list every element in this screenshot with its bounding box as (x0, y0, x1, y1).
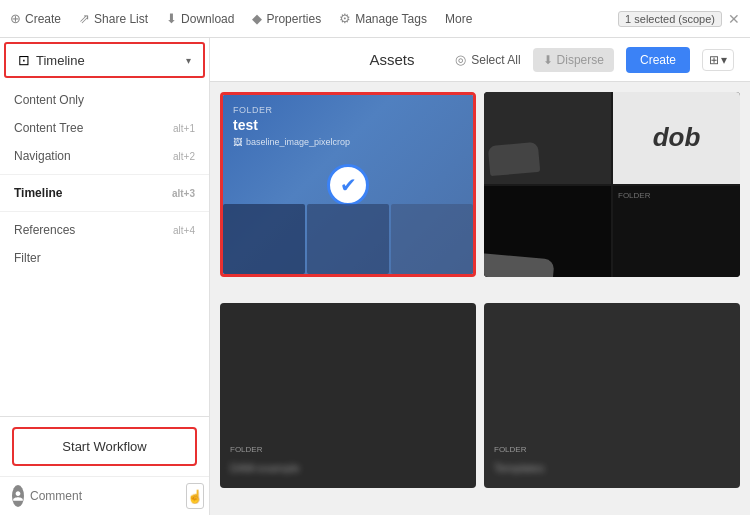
select-all-icon: ◎ (455, 52, 466, 67)
asset-card-dam-example[interactable]: FOLDER DAM-example (220, 303, 476, 488)
send-icon: ☝ (187, 489, 203, 504)
create-button[interactable]: Create (626, 47, 690, 73)
asset-card-test[interactable]: FOLDER test 🖼 baseline_image_pixelcrop ✔ (220, 92, 476, 277)
folder-label-1: FOLDER (233, 105, 273, 115)
sidebar-item-filter[interactable]: Filter (0, 244, 209, 272)
toolbar-selected-info: 1 selected (scope) ✕ (618, 11, 740, 27)
disperse-icon: ⬇ (543, 53, 553, 67)
sidebar-header-label: Timeline (36, 53, 85, 68)
toolbar-create[interactable]: ⊕ Create (10, 11, 61, 26)
folder-name-1: test (233, 117, 258, 133)
assets-grid: FOLDER test 🖼 baseline_image_pixelcrop ✔ (210, 82, 750, 515)
grid-icon: ⊞ (709, 53, 719, 67)
file-name: baseline_image_pixelcrop (246, 137, 350, 147)
shoes-mosaic: dob FOLDER (484, 92, 740, 277)
check-icon: ✔ (340, 173, 357, 197)
timeline-icon: ⊡ (18, 52, 30, 68)
image-mosaic (223, 204, 473, 274)
view-toggle[interactable]: ⊞ ▾ (702, 49, 734, 71)
avatar (12, 485, 24, 507)
sidebar-separator-2 (0, 211, 209, 212)
deselect-button[interactable]: ✕ (728, 11, 740, 27)
asset-card-inner: FOLDER test 🖼 baseline_image_pixelcrop ✔ (223, 95, 473, 274)
comment-area: ☝ (0, 476, 209, 515)
content-area: Assets ◎ Select All ⬇ Disperse Create ⊞ … (210, 38, 750, 515)
comment-input[interactable] (30, 489, 180, 503)
comment-send-button[interactable]: ☝ (186, 483, 204, 509)
start-workflow-button[interactable]: Start Workflow (12, 427, 197, 466)
tags-icon: ⚙ (339, 11, 351, 26)
select-all-button[interactable]: ◎ Select All (455, 52, 520, 67)
assets-header: Assets ◎ Select All ⬇ Disperse Create ⊞ … (210, 38, 750, 82)
toolbar-manage-tags[interactable]: ⚙ Manage Tags (339, 11, 427, 26)
file-icon: 🖼 (233, 137, 242, 147)
disperse-button[interactable]: ⬇ Disperse (533, 48, 614, 72)
dob-text: dob (613, 92, 740, 184)
folder-label-2: FOLDER (618, 191, 650, 200)
properties-icon: ◆ (252, 11, 262, 26)
assets-title: Assets (341, 51, 444, 68)
asset-card-inner-2: dob FOLDER (484, 92, 740, 277)
toolbar-download[interactable]: ⬇ Download (166, 11, 234, 26)
sidebar-bottom: Start Workflow (0, 416, 209, 476)
toolbar-share-list[interactable]: ⇗ Share List (79, 11, 148, 26)
folder-name-3: DAM-example (230, 462, 300, 474)
sidebar-menu: Content Only Content Tree alt+1 Navigati… (0, 82, 209, 416)
main-layout: ⊡ Timeline ▾ Content Only Content Tree a… (0, 38, 750, 515)
selected-checkmark: ✔ (327, 164, 369, 206)
sidebar-item-timeline[interactable]: Timeline alt+3 (0, 179, 209, 207)
toolbar-more[interactable]: More (445, 12, 472, 26)
download-icon: ⬇ (166, 11, 177, 26)
selected-badge: 1 selected (scope) (618, 11, 722, 27)
sidebar-item-navigation[interactable]: Navigation alt+2 (0, 142, 209, 170)
file-info-1: 🖼 baseline_image_pixelcrop (233, 137, 350, 147)
sidebar: ⊡ Timeline ▾ Content Only Content Tree a… (0, 38, 210, 515)
sidebar-item-content-only[interactable]: Content Only (0, 86, 209, 114)
asset-card-inner-3: FOLDER DAM-example (220, 303, 476, 488)
toolbar-properties[interactable]: ◆ Properties (252, 11, 321, 26)
folder-name-4: Templates (494, 462, 544, 474)
view-chevron-icon: ▾ (721, 53, 727, 67)
top-toolbar: ⊕ Create ⇗ Share List ⬇ Download ◆ Prope… (0, 0, 750, 38)
sidebar-chevron-icon: ▾ (186, 55, 191, 66)
asset-card-templates[interactable]: FOLDER Templates (484, 303, 740, 488)
share-icon: ⇗ (79, 11, 90, 26)
asset-card-inner-4: FOLDER Templates (484, 303, 740, 488)
sidebar-timeline-header[interactable]: ⊡ Timeline ▾ (4, 42, 205, 78)
sidebar-item-content-tree[interactable]: Content Tree alt+1 (0, 114, 209, 142)
folder-label-3: FOLDER (230, 445, 262, 454)
asset-card-dob[interactable]: dob FOLDER (484, 92, 740, 277)
folder-label-4: FOLDER (494, 445, 526, 454)
sidebar-item-references[interactable]: References alt+4 (0, 216, 209, 244)
create-icon: ⊕ (10, 11, 21, 26)
sidebar-separator (0, 174, 209, 175)
